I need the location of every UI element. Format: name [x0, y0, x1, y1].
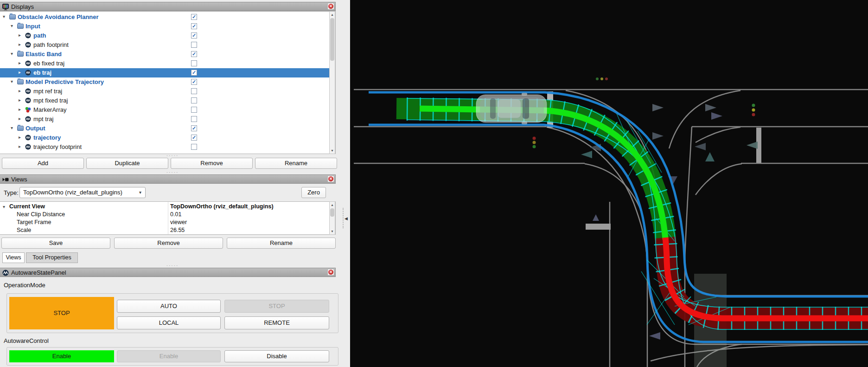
scrollbar-thumb[interactable] — [330, 208, 334, 217]
property-value[interactable]: 0.01 — [170, 211, 181, 218]
tree-item-mpt-traj[interactable]: ▸mpt traj — [0, 115, 329, 124]
views-panel-header[interactable]: Views — [0, 174, 336, 184]
scroll-down-icon[interactable]: ▼ — [330, 229, 335, 234]
property-row-target-frame[interactable]: Target Frameviewer — [0, 219, 329, 226]
tree-item-eb-fixed-traj[interactable]: ▸eb fixed traj — [0, 59, 329, 68]
remove-button[interactable]: Remove — [171, 158, 253, 169]
collapse-icon[interactable]: ▾ — [3, 204, 5, 209]
expand-icon[interactable]: ▸ — [19, 107, 21, 112]
tree-item-elastic-band[interactable]: ▾Elastic Band✓ — [0, 50, 329, 59]
tree-item-obstacle-avoidance-planner[interactable]: ▾Obstacle Avoidance Planner✓ — [0, 13, 329, 22]
chevron-down-icon: ▾ — [139, 187, 141, 198]
visibility-checkbox[interactable] — [191, 107, 197, 113]
displays-scrollbar[interactable]: ▲ ▼ — [329, 11, 335, 154]
splitter-dots[interactable]: ····· — [0, 155, 345, 157]
duplicate-button[interactable]: Duplicate — [86, 158, 168, 169]
expand-icon[interactable]: ▸ — [19, 88, 21, 93]
tree-item-label: path — [33, 32, 46, 39]
displays-panel-header[interactable]: Displays — [0, 2, 336, 11]
property-value[interactable]: 26.55 — [170, 227, 185, 233]
tab-tool-properties[interactable]: Tool Properties — [26, 252, 78, 263]
tree-item-input[interactable]: ▾Input✓ — [0, 22, 329, 31]
panel-splitter[interactable]: ◀ — [340, 0, 350, 367]
tree-item-path-footprint[interactable]: ▸path footprint — [0, 40, 329, 50]
collapse-panel-icon[interactable]: ◀ — [345, 216, 348, 221]
views-close-button[interactable]: ✕ — [327, 175, 334, 182]
rename-button[interactable]: Rename — [227, 238, 336, 249]
visibility-checkbox[interactable]: ✓ — [191, 135, 197, 141]
visibility-checkbox[interactable]: ✓ — [191, 70, 197, 76]
tree-item-markerarray[interactable]: ▸MarkerArray — [0, 105, 329, 115]
visibility-checkbox[interactable]: ✓ — [191, 14, 197, 20]
expand-icon[interactable]: ▸ — [19, 116, 21, 121]
tab-views[interactable]: Views — [2, 252, 25, 263]
expand-icon[interactable]: ▸ — [19, 97, 21, 103]
property-row-near-clip-distance[interactable]: Near Clip Distance0.01 — [0, 211, 329, 219]
scrollbar-thumb[interactable] — [330, 18, 334, 61]
splitter-dotline — [343, 208, 344, 228]
expand-icon[interactable]: ▸ — [19, 42, 21, 47]
visibility-checkbox[interactable] — [191, 116, 197, 122]
visibility-checkbox[interactable] — [191, 42, 197, 48]
property-name: Scale — [17, 227, 31, 233]
remote-button[interactable]: REMOTE — [224, 316, 329, 329]
collapse-icon[interactable]: ▾ — [3, 14, 5, 19]
scroll-up-icon[interactable]: ▲ — [330, 202, 335, 207]
add-button[interactable]: Add — [2, 158, 84, 169]
expand-icon[interactable]: ▸ — [19, 70, 21, 75]
local-button[interactable]: LOCAL — [117, 316, 221, 329]
expand-icon[interactable]: ▸ — [19, 60, 21, 65]
property-row-scale[interactable]: Scale26.55 — [0, 226, 329, 234]
expand-icon[interactable]: ▸ — [19, 144, 21, 149]
tree-item-mpt-fixed-traj[interactable]: ▸mpt fixed traj — [0, 96, 329, 105]
displays-tree[interactable]: ▾Obstacle Avoidance Planner✓▾Input✓▸path… — [0, 11, 336, 154]
autoware-control-status: Enable — [9, 350, 114, 362]
rename-button[interactable]: Rename — [255, 158, 337, 169]
expand-icon[interactable]: ▸ — [19, 135, 21, 140]
stop-button[interactable]: STOP — [224, 300, 329, 313]
splitter-dots[interactable]: ····· — [0, 264, 345, 267]
tree-item-mpt-ref-traj[interactable]: ▸mpt ref traj — [0, 87, 329, 96]
property-row-current-view[interactable]: ▾Current ViewTopDownOrtho (rviz_default_… — [0, 203, 329, 211]
autoware-panel-header[interactable]: AutowareStatePanel — [0, 268, 336, 277]
scroll-up-icon[interactable]: ▲ — [330, 12, 335, 17]
visibility-checkbox[interactable] — [191, 97, 197, 103]
autoware-close-button[interactable]: ✕ — [327, 269, 334, 276]
tree-item-path[interactable]: ▸path✓ — [0, 31, 329, 40]
visibility-checkbox[interactable]: ✓ — [191, 51, 197, 57]
views-panel-title: Views — [11, 176, 27, 183]
tree-item-trajectory-footprint[interactable]: ▸trajectory footprint — [0, 142, 329, 152]
tree-item-model-predictive-trajectory[interactable]: ▾Model Predictive Trajectory✓ — [0, 77, 329, 87]
tree-item-trajectory[interactable]: ▸trajectory✓ — [0, 133, 329, 142]
visibility-checkbox[interactable] — [191, 60, 197, 66]
collapse-icon[interactable]: ▾ — [11, 125, 13, 130]
expand-icon[interactable]: ▸ — [19, 32, 21, 38]
visibility-checkbox[interactable]: ✓ — [191, 79, 197, 85]
displays-close-button[interactable]: ✕ — [327, 3, 334, 10]
save-button[interactable]: Save — [1, 238, 110, 249]
visibility-checkbox[interactable] — [191, 144, 197, 150]
disable-button[interactable]: Disable — [224, 350, 329, 362]
visibility-checkbox[interactable] — [191, 88, 197, 94]
tree-item-eb-traj[interactable]: ▸eb traj✓ — [0, 68, 329, 77]
view-type-dropdown[interactable]: TopDownOrtho (rviz_default_plugins) ▾ — [19, 187, 146, 198]
collapse-icon[interactable]: ▾ — [11, 23, 13, 28]
auto-button[interactable]: AUTO — [117, 300, 221, 313]
visibility-checkbox[interactable]: ✓ — [191, 23, 197, 29]
tree-item-output[interactable]: ▾Output✓ — [0, 124, 329, 133]
splitter-dots[interactable]: ····· — [0, 171, 345, 174]
zero-button[interactable]: Zero — [301, 187, 326, 198]
current-view-properties[interactable]: ▾Current ViewTopDownOrtho (rviz_default_… — [0, 201, 336, 235]
property-value[interactable]: viewer — [170, 219, 187, 225]
scroll-down-icon[interactable]: ▼ — [330, 148, 335, 153]
views-scrollbar[interactable]: ▲ ▼ — [329, 201, 335, 235]
remove-button[interactable]: Remove — [114, 238, 223, 249]
3d-viewport[interactable] — [350, 0, 868, 367]
visibility-checkbox[interactable]: ✓ — [191, 32, 197, 39]
mirror-right — [522, 122, 527, 124]
enable-button[interactable]: Enable — [117, 350, 221, 362]
collapse-icon[interactable]: ▾ — [11, 51, 13, 56]
property-value[interactable]: TopDownOrtho (rviz_default_plugins) — [170, 203, 274, 210]
visibility-checkbox[interactable]: ✓ — [191, 125, 197, 131]
collapse-icon[interactable]: ▾ — [11, 79, 13, 84]
